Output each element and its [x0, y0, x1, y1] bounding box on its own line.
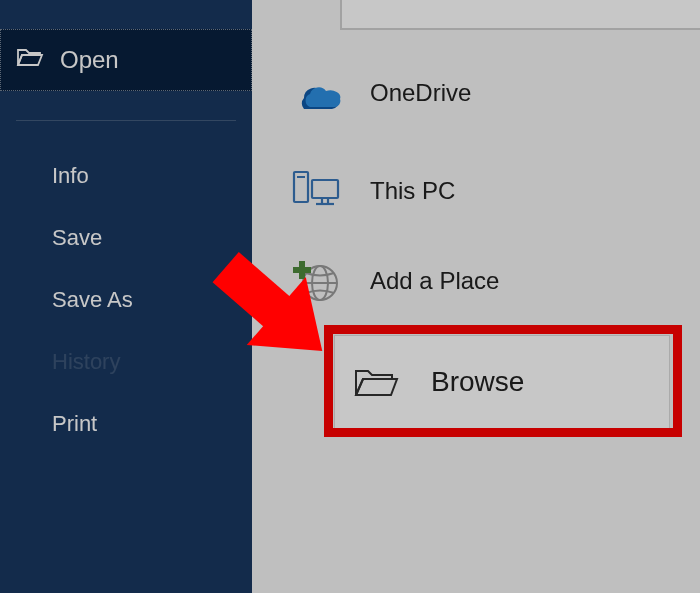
svg-rect-2 — [312, 180, 338, 198]
sidebar-item-label: Save As — [52, 287, 133, 312]
svg-rect-1 — [297, 176, 305, 178]
open-locations-panel: OneDrive This PC — [252, 0, 700, 593]
location-add-place[interactable]: Add a Place — [252, 250, 670, 312]
sidebar-item-history: History — [0, 331, 252, 393]
location-label: OneDrive — [370, 79, 471, 107]
location-label: Browse — [431, 366, 524, 398]
onedrive-icon — [252, 76, 342, 110]
sidebar-item-print[interactable]: Print — [0, 393, 252, 455]
sidebar-open-label: Open — [60, 46, 119, 74]
sidebar-item-save-as[interactable]: Save As — [0, 269, 252, 331]
folder-open-icon — [335, 363, 417, 401]
location-onedrive[interactable]: OneDrive — [252, 62, 670, 124]
sidebar-item-open[interactable]: Open — [0, 29, 252, 91]
sidebar-item-info[interactable]: Info — [0, 145, 252, 207]
backstage-sidebar: Open Info Save Save As History Print — [0, 0, 252, 593]
location-label: Add a Place — [370, 267, 499, 295]
sidebar-item-label: Info — [52, 163, 89, 188]
sidebar-item-label: History — [52, 349, 120, 374]
add-place-icon — [252, 259, 342, 303]
svg-rect-10 — [293, 267, 311, 273]
sidebar-item-label: Save — [52, 225, 102, 250]
location-browse[interactable]: Browse — [334, 335, 670, 429]
location-this-pc[interactable]: This PC — [252, 160, 670, 222]
folder-open-icon — [16, 45, 44, 75]
sidebar-item-save[interactable]: Save — [0, 207, 252, 269]
location-label: This PC — [370, 177, 455, 205]
recent-box-fragment — [340, 0, 700, 30]
sidebar-divider — [16, 120, 236, 121]
sidebar-item-label: Print — [52, 411, 97, 436]
this-pc-icon — [252, 170, 342, 212]
